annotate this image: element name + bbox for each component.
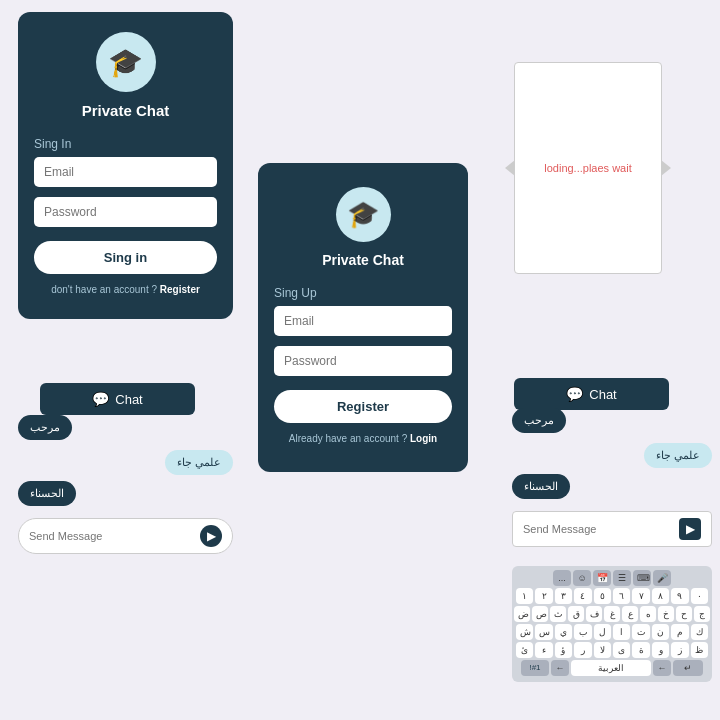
loading-text: loding...plaes wait — [544, 162, 631, 174]
arabic-keyboard: ... ☺ 📅 ☰ ⌨ 🎤 ١ ٢ ٣ ٤ ٥ ٦ ٧ ٨ ٩ ٠ ض ص ث … — [512, 566, 712, 682]
key-dots[interactable]: ... — [553, 570, 571, 586]
register-prompt: don't have an account ? Register — [51, 284, 200, 295]
login-link[interactable]: Login — [410, 433, 437, 444]
key-nun[interactable]: ن — [652, 624, 669, 640]
chat-msg-row-1: مرحب — [18, 415, 233, 446]
chat-bubble-incoming-1: مرحب — [18, 415, 72, 440]
chat-label-2: Chat — [589, 387, 616, 402]
key-shin[interactable]: ش — [516, 624, 533, 640]
signup-app-logo: 🎓 — [336, 187, 391, 242]
signin-app-title: Private Chat — [82, 102, 170, 119]
key-sad[interactable]: ص — [532, 606, 548, 622]
key-menu[interactable]: ☰ — [613, 570, 631, 586]
signup-section-label: Sing Up — [274, 286, 317, 300]
key-kaf[interactable]: ك — [691, 624, 708, 640]
key-7[interactable]: ٧ — [632, 588, 649, 604]
key-emoji[interactable]: ☺ — [573, 570, 591, 586]
chat-bubble-incoming-r1: مرحب — [512, 408, 566, 433]
key-ha[interactable]: ه — [640, 606, 656, 622]
key-arrow-left[interactable]: ← — [551, 660, 569, 676]
key-ra[interactable]: ر — [574, 642, 591, 658]
key-ya[interactable]: ي — [555, 624, 572, 640]
key-ghain[interactable]: غ — [604, 606, 620, 622]
chat-msg-row-3: الحسناء — [18, 481, 233, 512]
key-5[interactable]: ٥ — [594, 588, 611, 604]
loading-card: loding...plaes wait — [514, 62, 662, 274]
register-link[interactable]: Register — [160, 284, 200, 295]
key-keyboard[interactable]: ⌨ — [633, 570, 651, 586]
signup-card: 🎓 Private Chat Sing Up Register Already … — [258, 163, 468, 472]
key-ba[interactable]: ب — [574, 624, 591, 640]
key-mic[interactable]: 🎤 — [653, 570, 671, 586]
key-0[interactable]: ٠ — [691, 588, 708, 604]
key-qaf[interactable]: ق — [568, 606, 584, 622]
keyboard-row-numbers: ١ ٢ ٣ ٤ ٥ ٦ ٧ ٨ ٩ ٠ — [516, 588, 708, 604]
chat-icon-2: 💬 — [566, 386, 583, 402]
chat-label-1: Chat — [115, 392, 142, 407]
keyboard-row-arabic-1: ض ص ث ق ف غ ع ه خ ح ج — [516, 606, 708, 622]
key-zay[interactable]: ز — [671, 642, 688, 658]
key-4[interactable]: ٤ — [574, 588, 591, 604]
key-jeem[interactable]: ج — [694, 606, 710, 622]
chat-bubble-outgoing-1: علمي جاء — [165, 450, 233, 475]
key-la[interactable]: لا — [594, 642, 611, 658]
chat-button-2[interactable]: 💬 Chat — [514, 378, 669, 410]
chat-msg-row-r1: مرحب — [512, 408, 712, 439]
key-alef[interactable]: ا — [613, 624, 630, 640]
keyboard-row-toolbar: ... ☺ 📅 ☰ ⌨ 🎤 — [516, 570, 708, 586]
signin-section-label: Sing In — [34, 137, 71, 151]
key-ta[interactable]: ت — [632, 624, 649, 640]
send-button-left[interactable]: ▶ — [200, 525, 222, 547]
key-dad[interactable]: ض — [514, 606, 530, 622]
chat-button-1[interactable]: 💬 Chat — [40, 383, 195, 415]
keyboard-row-arabic-3: ئ ء ؤ ر لا ى ة و ز ظ — [516, 642, 708, 658]
chat-msg-row-r3: الحسناء — [512, 474, 712, 505]
send-button-right[interactable]: ▶ — [679, 518, 701, 540]
key-kha[interactable]: خ — [658, 606, 674, 622]
key-lam[interactable]: ل — [594, 624, 611, 640]
key-fa[interactable]: ف — [586, 606, 602, 622]
key-calendar[interactable]: 📅 — [593, 570, 611, 586]
chat-panel-right: مرحب علمي جاء الحسناء ▶ — [512, 408, 712, 547]
key-9[interactable]: ٩ — [671, 588, 688, 604]
key-zha[interactable]: ظ — [691, 642, 708, 658]
register-button[interactable]: Register — [274, 390, 452, 423]
keyboard-row-bottom: !#1 ← العربية ← ↵ — [516, 660, 708, 676]
chat-icon-1: 💬 — [92, 391, 109, 407]
key-alef2[interactable]: ى — [613, 642, 630, 658]
key-6[interactable]: ٦ — [613, 588, 630, 604]
chat-bubble-outgoing-r1: علمي جاء — [644, 443, 712, 468]
key-1[interactable]: ١ — [516, 588, 533, 604]
key-3[interactable]: ٣ — [555, 588, 572, 604]
keyboard-row-arabic-2: ش س ي ب ل ا ت ن م ك — [516, 624, 708, 640]
signin-card: 🎓 Private Chat Sing In Sing in don't hav… — [18, 12, 233, 319]
key-waw[interactable]: و — [652, 642, 669, 658]
arrow-right-icon — [661, 160, 671, 176]
signin-password-input[interactable] — [34, 197, 217, 227]
key-sin[interactable]: س — [535, 624, 552, 640]
key-8[interactable]: ٨ — [652, 588, 669, 604]
key-2[interactable]: ٢ — [535, 588, 552, 604]
signup-password-input[interactable] — [274, 346, 452, 376]
key-arrow-right[interactable]: ← — [653, 660, 671, 676]
key-meem[interactable]: م — [671, 624, 688, 640]
key-hamza[interactable]: ء — [535, 642, 552, 658]
key-enter[interactable]: ↵ — [673, 660, 703, 676]
chat-input-row-left: ▶ — [18, 518, 233, 554]
signin-button[interactable]: Sing in — [34, 241, 217, 274]
key-ta2[interactable]: ة — [632, 642, 649, 658]
signup-app-title: Private Chat — [322, 252, 404, 268]
key-space[interactable]: العربية — [571, 660, 651, 676]
signup-email-input[interactable] — [274, 306, 452, 336]
chat-bubble-incoming-2: الحسناء — [18, 481, 76, 506]
key-numbers-toggle[interactable]: !#1 — [521, 660, 549, 676]
app-logo: 🎓 — [96, 32, 156, 92]
key-tha[interactable]: ث — [550, 606, 566, 622]
key-waw2[interactable]: ؤ — [555, 642, 572, 658]
chat-message-input-right[interactable] — [523, 523, 679, 535]
key-hha[interactable]: ح — [676, 606, 692, 622]
key-ya2[interactable]: ئ — [516, 642, 533, 658]
chat-message-input-left[interactable] — [29, 530, 200, 542]
signin-email-input[interactable] — [34, 157, 217, 187]
key-ain[interactable]: ع — [622, 606, 638, 622]
